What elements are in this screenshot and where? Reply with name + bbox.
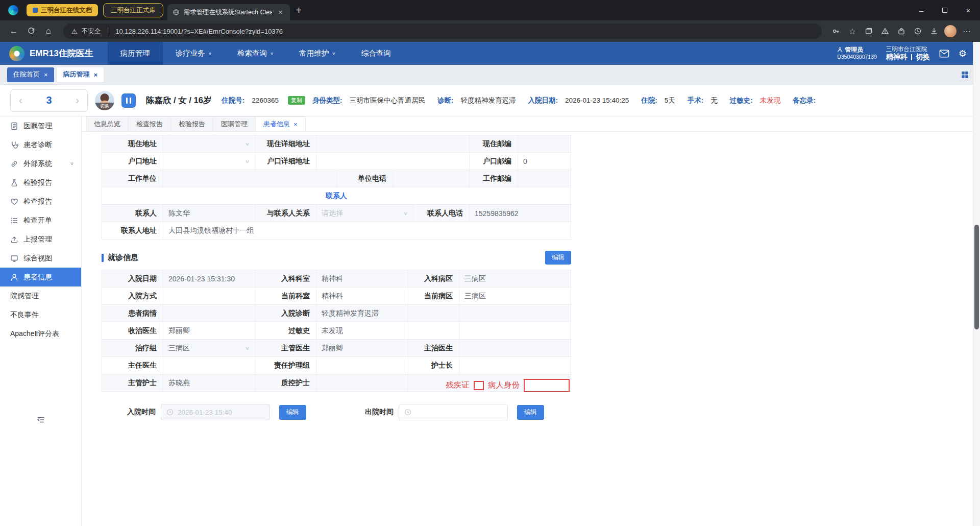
tab-info-overview[interactable]: 信息总览 — [86, 116, 129, 131]
menu-dots-icon[interactable]: ⋯ — [959, 23, 975, 39]
sidebar-item-apache2-score[interactable]: ApacheⅡ评分表 — [0, 324, 81, 343]
field-label: 过敏史 — [255, 322, 316, 339]
nav-comprehensive-query[interactable]: 综合查询 — [349, 42, 404, 65]
chevron-down-icon: ∨ — [245, 158, 250, 164]
nav-clinical-business[interactable]: 诊疗业务 ∨ — [163, 42, 225, 65]
admit-time-input[interactable]: 2026-01-23 15:40 — [161, 404, 270, 420]
field-label: 住院号: — [222, 96, 244, 105]
scrollbar-thumb[interactable] — [974, 225, 979, 329]
chevron-down-icon: ∨ — [245, 141, 250, 147]
sidebar-item-diagnosis[interactable]: 患者诊断 — [0, 135, 81, 154]
sidebar-item-adverse-events[interactable]: 不良事件 — [0, 305, 81, 324]
app-title: EMR13住院医生 — [30, 47, 93, 59]
profile-avatar[interactable] — [942, 23, 959, 39]
field-label: 现住邮编 — [470, 135, 518, 152]
nav-common-maintenance[interactable]: 常用维护 ∨ — [286, 42, 348, 65]
sidebar-item-external-systems[interactable]: 外部系统 ∨ — [0, 154, 81, 173]
edit-discharge-time-button[interactable]: 编辑 — [517, 405, 544, 420]
refresh-button[interactable] — [22, 22, 40, 40]
back-button[interactable]: ← — [5, 22, 22, 40]
sidebar-item-lab-reports[interactable]: 检验报告 — [0, 173, 81, 192]
layout-grid-icon[interactable] — [961, 71, 969, 79]
select-field[interactable]: ∨ — [163, 153, 255, 170]
patient-avatar[interactable]: 切换 — [95, 91, 114, 110]
tab-close-icon[interactable]: × — [293, 121, 298, 128]
tab-close-icon[interactable]: × — [44, 71, 48, 79]
patient-identity-label: 病人身份 — [488, 380, 520, 391]
gear-icon[interactable]: ⚙ — [959, 48, 967, 59]
tab-label: 信息总览 — [94, 119, 120, 129]
sidebar-item-exam-reports[interactable]: 检查报告 — [0, 192, 81, 211]
select-field[interactable]: 三病区 ∨ — [163, 340, 255, 356]
home-button[interactable]: ⌂ — [40, 22, 57, 40]
field-label: 现住地址 — [102, 135, 163, 152]
sidebar-item-report-management[interactable]: 上报管理 — [0, 230, 81, 249]
tab-group-chip[interactable]: 三明台江在线文档 — [27, 4, 98, 16]
edit-admit-time-button[interactable]: 编辑 — [279, 405, 306, 420]
pause-button[interactable] — [121, 93, 136, 108]
table-group-header: 联系人 — [102, 187, 571, 205]
browser-tab-active[interactable]: 需求管理在线系统Startech ClearQ × — [167, 4, 290, 20]
pager-prev-button[interactable]: ‹ — [19, 94, 22, 106]
tab-close-icon[interactable]: × — [276, 8, 284, 16]
pager-next-button[interactable]: › — [76, 94, 79, 106]
field-surgery: 手术: 无 — [688, 96, 723, 105]
window-maximize-button[interactable] — [933, 0, 957, 20]
new-tab-button[interactable]: + — [296, 5, 302, 15]
downloads-icon[interactable] — [926, 23, 942, 39]
favorites-star-icon[interactable]: ☆ — [844, 23, 861, 39]
extensions-icon[interactable] — [893, 23, 910, 39]
browser-titlebar: 三明台江在线文档 三明台江正式库 需求管理在线系统Startech ClearQ… — [0, 0, 980, 20]
field-diagnosis: 诊断: 轻度精神发育迟滞 — [437, 96, 521, 105]
browser-logo-icon[interactable] — [8, 5, 18, 15]
copy-button[interactable]: 复制 — [288, 96, 305, 105]
sidebar-item-label: 检验报告 — [23, 178, 52, 187]
sidebar-item-orders[interactable]: 医嘱管理 — [0, 116, 81, 135]
tab-orders[interactable]: 医嘱管理 — [213, 116, 256, 131]
field-value — [316, 153, 470, 170]
key-icon[interactable] — [828, 23, 844, 39]
sidebar-item-overview[interactable]: 综合视图 — [0, 249, 81, 268]
field-label: 户口邮编 — [470, 153, 518, 170]
disability-cert-checkbox[interactable] — [474, 381, 484, 390]
discharge-time-input[interactable] — [399, 404, 508, 420]
tab-medical-records[interactable]: 病历管理 × — [57, 67, 104, 82]
sidebar-item-label: 检查报告 — [23, 197, 52, 206]
field-allergy: 过敏史: 未发现 — [730, 96, 786, 105]
tab-close-icon[interactable]: × — [94, 71, 98, 79]
divider — [911, 54, 912, 60]
mail-icon[interactable] — [939, 50, 949, 58]
select-field[interactable]: 请选择 ∨ — [316, 205, 413, 222]
tab-patient-info[interactable]: 患者信息 × — [255, 116, 306, 131]
history-icon[interactable] — [910, 23, 926, 39]
sidebar-item-infection-management[interactable]: 院感管理 — [0, 286, 81, 305]
avatar-switch-label[interactable]: 切换 — [95, 103, 114, 110]
browser-tab-grouped[interactable]: 三明台江正式库 — [103, 3, 163, 17]
window-minimize-button[interactable]: – — [910, 0, 933, 20]
tab-lab-reports[interactable]: 检验报告 — [170, 116, 213, 131]
switch-department-button[interactable]: 切换 — [916, 53, 930, 62]
address-bar[interactable]: ⚠ 不安全 10.128.226.114:19001/?s=XE#/EmrCon… — [63, 23, 822, 39]
select-field[interactable]: ∨ — [163, 135, 255, 152]
nav-search-query[interactable]: 检索查询 ∨ — [225, 42, 286, 65]
tab-inpatient-home[interactable]: 住院首页 × — [7, 67, 54, 82]
tab-exam-reports[interactable]: 检查报告 — [128, 116, 171, 131]
tab-label: 病历管理 — [63, 70, 90, 79]
field-value — [459, 305, 572, 322]
field-admit-date: 入院日期: 2026-01-23 15:40:25 — [528, 96, 634, 105]
window-close-button[interactable]: × — [957, 0, 980, 20]
nav-label: 病历管理 — [120, 49, 150, 58]
page-scrollbar[interactable] — [973, 42, 980, 526]
sidebar-item-patient-info[interactable]: 患者信息 — [0, 268, 81, 286]
patient-identity-input[interactable] — [524, 379, 570, 392]
alert-triangle-icon[interactable] — [877, 23, 893, 39]
sidebar-item-label: 综合视图 — [23, 254, 52, 263]
field-label: 护士长 — [408, 357, 459, 374]
collections-icon[interactable] — [861, 23, 877, 39]
sidebar-collapse-button[interactable] — [0, 416, 81, 424]
field-label: 主管护士 — [102, 374, 163, 391]
sidebar-item-exam-orders[interactable]: 检查开单 — [0, 211, 81, 230]
group-header-label: 联系人 — [102, 187, 571, 204]
nav-medical-records[interactable]: 病历管理 — [108, 42, 163, 65]
edit-visit-button[interactable]: 编辑 — [545, 251, 571, 265]
